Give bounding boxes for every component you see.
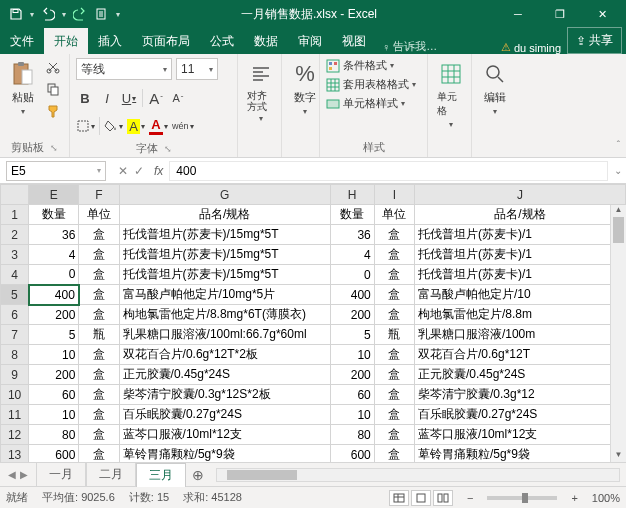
tab-data[interactable]: 数据	[244, 28, 288, 54]
alignment-button[interactable]: 对齐方式▾	[244, 58, 278, 125]
cell[interactable]: 10	[29, 405, 79, 425]
cell[interactable]: 盒	[79, 225, 119, 245]
cell[interactable]: 瓶	[374, 325, 414, 345]
tab-layout[interactable]: 页面布局	[132, 28, 200, 54]
scroll-up-icon[interactable]: ▲	[611, 205, 626, 217]
fill-color-button[interactable]: ▾	[104, 116, 123, 136]
underline-button[interactable]: U▾	[120, 88, 138, 108]
cell[interactable]: 盒	[79, 285, 119, 305]
save-icon[interactable]	[8, 6, 24, 22]
zoom-out-button[interactable]: −	[467, 492, 473, 504]
sheet-tab-3[interactable]: 三月	[136, 463, 186, 487]
chevron-down-icon[interactable]: ▾	[30, 10, 34, 19]
cell[interactable]: 10	[29, 345, 79, 365]
cell[interactable]: 80	[29, 425, 79, 445]
undo-icon[interactable]	[40, 6, 56, 22]
row-header[interactable]: 13	[1, 445, 29, 463]
vertical-scrollbar[interactable]: ▲ ▼	[610, 205, 626, 462]
cell[interactable]: 盒	[374, 245, 414, 265]
cell[interactable]: 萆铃胃痛颗粒/5g*9袋	[119, 445, 330, 463]
cell[interactable]: 盒	[374, 305, 414, 325]
cell[interactable]: 200	[330, 305, 374, 325]
row-header[interactable]: 11	[1, 405, 29, 425]
cell[interactable]: 盒	[374, 285, 414, 305]
cell[interactable]: 乳果糖口服溶液/100ml:66.7g*60ml	[119, 325, 330, 345]
cell[interactable]: 600	[330, 445, 374, 463]
cut-button[interactable]	[44, 58, 62, 76]
cell[interactable]: 托伐普坦片(苏麦卡)/15mg*5T	[119, 225, 330, 245]
normal-view-button[interactable]	[389, 490, 409, 506]
column-header[interactable]: G	[119, 185, 330, 205]
zoom-in-button[interactable]: +	[571, 492, 577, 504]
tab-insert[interactable]: 插入	[88, 28, 132, 54]
select-all-corner[interactable]	[1, 185, 29, 205]
paste-button[interactable]: 粘贴 ▾	[6, 58, 40, 118]
row-header[interactable]: 3	[1, 245, 29, 265]
enter-formula-icon[interactable]: ✓	[134, 164, 144, 178]
cell[interactable]: 托伐普坦片(苏麦卡)/15mg*5T	[119, 265, 330, 285]
row-header[interactable]: 9	[1, 365, 29, 385]
column-header[interactable]: H	[330, 185, 374, 205]
cell[interactable]: 盒	[79, 385, 119, 405]
tell-me[interactable]: ♀告诉我…	[376, 39, 443, 54]
cell[interactable]: 10	[330, 345, 374, 365]
user-account[interactable]: ⚠du siming	[495, 41, 567, 54]
cell[interactable]: 80	[330, 425, 374, 445]
minimize-button[interactable]: ─	[498, 2, 538, 26]
bold-button[interactable]: B	[76, 88, 94, 108]
cell[interactable]: 200	[29, 305, 79, 325]
zoom-level[interactable]: 100%	[592, 492, 620, 504]
cell[interactable]: 盒	[374, 265, 414, 285]
format-painter-button[interactable]	[44, 102, 62, 120]
redo-icon[interactable]	[72, 6, 88, 22]
cell[interactable]: 盒	[79, 425, 119, 445]
cell[interactable]: 瓶	[79, 325, 119, 345]
cell[interactable]: 盒	[79, 405, 119, 425]
conditional-format-button[interactable]: 条件格式▾	[326, 58, 394, 73]
row-header[interactable]: 5	[1, 285, 29, 305]
row-header[interactable]: 10	[1, 385, 29, 405]
cell[interactable]: 百乐眠胶囊/0.27g*24S	[414, 405, 625, 425]
row-header[interactable]: 7	[1, 325, 29, 345]
row-header[interactable]: 12	[1, 425, 29, 445]
font-name-combo[interactable]: 等线▾	[76, 58, 172, 80]
font-color-button[interactable]: A▾	[149, 116, 168, 136]
cell[interactable]: 盒	[79, 265, 119, 285]
cell[interactable]: 0	[330, 265, 374, 285]
row-header[interactable]: 1	[1, 205, 29, 225]
row-header[interactable]: 8	[1, 345, 29, 365]
cells-button[interactable]: 单元格▾	[434, 58, 468, 131]
collapse-ribbon-icon[interactable]: ˆ	[617, 140, 620, 151]
cell[interactable]: 0	[29, 265, 79, 285]
cell-styles-button[interactable]: 单元格样式▾	[326, 96, 405, 111]
formula-input[interactable]: 400	[169, 161, 608, 181]
sheet-tab-1[interactable]: 一月	[36, 463, 86, 487]
page-break-view-button[interactable]	[433, 490, 453, 506]
cell[interactable]: 富马酸卢帕他定片/10	[414, 285, 625, 305]
cell[interactable]: 400	[29, 285, 79, 305]
cell[interactable]: 4	[29, 245, 79, 265]
dialog-launcher-icon[interactable]: ⤡	[50, 143, 58, 153]
spreadsheet-grid[interactable]: EFGHIJ1数量单位品名/规格数量单位品名/规格236盒托伐普坦片(苏麦卡)/…	[0, 184, 626, 462]
cell[interactable]: 盒	[374, 425, 414, 445]
cell[interactable]: 百乐眠胶囊/0.27g*24S	[119, 405, 330, 425]
share-button[interactable]: ⇪共享	[567, 27, 622, 54]
sheet-nav-prev-icon[interactable]: ◀	[8, 469, 16, 480]
cell[interactable]: 枸地氯雷他定片/8.8mg*6T(薄膜衣)	[119, 305, 330, 325]
cell[interactable]: 5	[330, 325, 374, 345]
shrink-font-button[interactable]: Aˇ	[169, 88, 187, 108]
cell[interactable]: 盒	[79, 245, 119, 265]
tab-review[interactable]: 审阅	[288, 28, 332, 54]
grow-font-button[interactable]: Aˆ	[147, 88, 165, 108]
sheet-tab-2[interactable]: 二月	[86, 463, 136, 487]
qat-customize-icon[interactable]: ▾	[116, 10, 120, 19]
cell[interactable]: 4	[330, 245, 374, 265]
dialog-launcher-icon[interactable]: ⤡	[164, 144, 172, 154]
cell[interactable]: 盒	[79, 305, 119, 325]
cell[interactable]: 托伐普坦片(苏麦卡)/1	[414, 245, 625, 265]
new-icon[interactable]	[94, 6, 110, 22]
cell[interactable]: 品名/规格	[414, 205, 625, 225]
cell[interactable]: 正元胶囊/0.45g*24S	[119, 365, 330, 385]
fill-a-button[interactable]: A▾	[127, 116, 145, 136]
cell[interactable]: 柴芩清宁胶囊/0.3g*12	[414, 385, 625, 405]
